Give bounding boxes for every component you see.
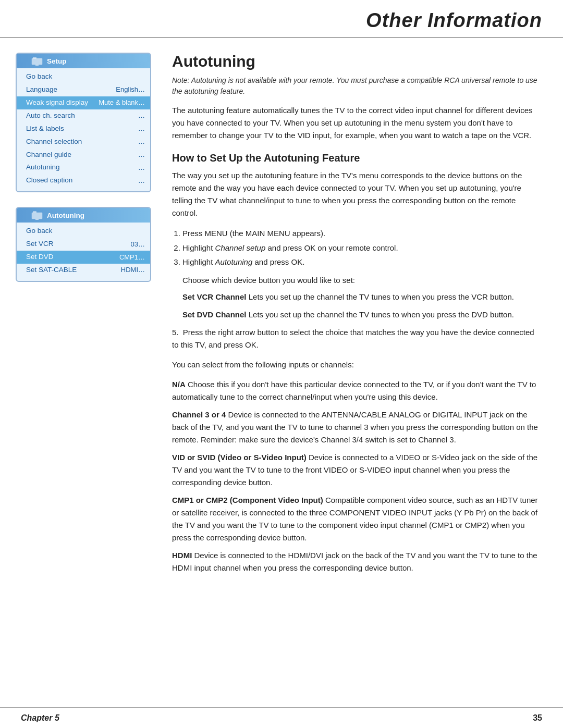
set-dvd-channel: Set DVD Channel Lets you set up the chan… [182,309,542,321]
setup-menu-body: Go back Language English… Weak signal di… [17,68,150,191]
left-column: Setup Go back Language English… Weak sig… [16,53,151,579]
step-3: Highlight Autotuning and press OK. [182,255,542,269]
autotuning-set-sat-cable[interactable]: Set SAT-CABLE HDMI… [17,264,150,277]
tv-icon [31,56,43,66]
step-5: 5. Press the right arrow button to selec… [172,326,542,351]
steps-list: Press MENU (the MAIN MENU appears). High… [182,227,542,269]
note-text: Note: Autotuning is not available with y… [172,75,542,97]
step-4-intro: Choose which device button you would lik… [182,274,542,287]
setup-channel-guide[interactable]: Channel guide … [17,149,150,162]
setup-channel-selection[interactable]: Channel selection … [17,135,150,149]
page-footer: Chapter 5 35 [0,707,563,728]
footer-page: 35 [533,713,542,723]
setup-language[interactable]: Language English… [17,83,150,96]
input-hdmi: HDMI Device is connected to the HDMI/DVI… [172,549,542,574]
setup-menu-box: Setup Go back Language English… Weak sig… [16,53,151,192]
inputs-intro: You can select from the following inputs… [172,359,542,371]
svg-rect-4 [35,219,39,220]
input-cmp1-cmp2: CMP1 or CMP2 (Component Video Input) Com… [172,494,542,544]
setup-auto-ch-search[interactable]: Auto ch. search … [17,109,150,122]
input-vid-svid: VID or SVID (Video or S-Video Input) Dev… [172,451,542,489]
setup-go-back[interactable]: Go back [17,70,150,83]
autotuning-set-vcr[interactable]: Set VCR 03… [17,238,150,251]
svg-rect-3 [32,213,42,219]
setup-list-labels[interactable]: List & labels … [17,122,150,135]
autotuning-menu-header: Autotuning [17,208,150,223]
set-vcr-channel: Set VCR Channel Lets you set up the chan… [182,291,542,303]
main-content: Setup Go back Language English… Weak sig… [0,38,563,600]
autotuning-menu-body: Go back Set VCR 03… Set DVD CMP1… Set SA… [17,223,150,281]
svg-rect-2 [33,57,36,59]
subsection-title: How to Set Up the Autotuning Feature [172,152,542,164]
page-title: Autotuning [172,53,542,70]
setup-closed-caption[interactable]: Closed caption … [17,174,150,187]
svg-rect-0 [32,58,42,65]
setup-autotuning[interactable]: Autotuning … [17,161,150,174]
input-na: N/A Choose this if you don't have this p… [172,378,542,403]
autotuning-menu-box: Autotuning Go back Set VCR 03… Set DVD C… [16,207,151,282]
header-title: Other Information [366,9,542,31]
intro-text: The autotuning feature automatically tun… [172,104,542,142]
subsection-intro: The way you set up the autotuning featur… [172,169,542,219]
right-column: Autotuning Note: Autotuning is not avail… [167,53,542,579]
step-1: Press MENU (the MAIN MENU appears). [182,227,542,240]
step-2: Highlight Channel setup and press OK on … [182,241,542,255]
page-header: Other Information [0,0,563,38]
svg-rect-5 [33,211,36,213]
setup-menu-title: Setup [47,57,67,65]
autotuning-menu-title: Autotuning [47,212,84,219]
setup-menu-header: Setup [17,54,150,68]
autotuning-set-dvd[interactable]: Set DVD CMP1… [17,251,150,264]
svg-rect-1 [35,65,39,66]
setup-weak-signal[interactable]: Weak signal display Mute & blank… [17,96,150,109]
footer-chapter: Chapter 5 [21,713,59,723]
autotuning-go-back[interactable]: Go back [17,225,150,238]
tv-icon-2 [31,211,43,220]
input-channel-3-4: Channel 3 or 4 Device is connected to th… [172,409,542,446]
